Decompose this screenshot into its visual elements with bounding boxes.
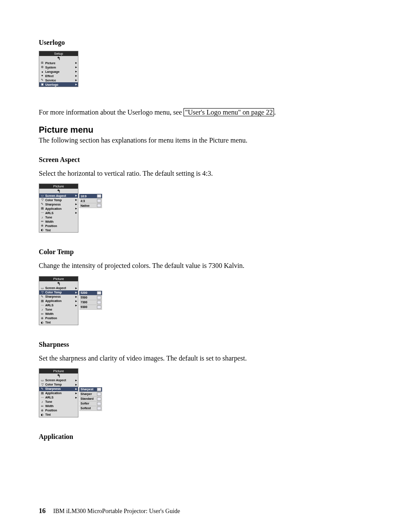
osd-item-label: Screen Aspect — [44, 286, 75, 289]
osd-item[interactable]: ▽Color Temp▸ — [39, 290, 78, 295]
checkbox-icon — [97, 392, 101, 396]
osd-item[interactable]: ▭Screen Aspect▸ — [39, 193, 78, 198]
osd-item[interactable]: ⇔Width — [39, 312, 78, 316]
checkbox-icon — [97, 301, 101, 304]
sharpness-para: Set the sharpness and clarity of video i… — [39, 354, 385, 363]
osd-item-label: Color Temp — [44, 383, 75, 386]
osd-item[interactable]: ◐Tint — [39, 320, 78, 325]
screen-aspect-heading: Screen Aspect — [39, 156, 385, 164]
osd-item[interactable]: ✎Sharpness▸ — [39, 295, 78, 299]
osd-back-row[interactable]: ↰ — [39, 189, 78, 193]
menu-item-icon: ⇔ — [40, 220, 44, 223]
osd-sub-item[interactable]: 7300 — [79, 300, 102, 305]
osd-back-row[interactable]: ↰ — [39, 373, 78, 378]
osd-item-label: Effect — [44, 75, 75, 78]
osd-sub-item[interactable]: Sharper — [79, 392, 102, 397]
osd-back-row[interactable]: ↰ — [39, 281, 78, 286]
osd-item-label: Userlogo — [44, 83, 75, 86]
menu-item-icon: ⇔ — [40, 312, 44, 316]
menu-item-icon: ⊕ — [40, 409, 44, 412]
osd-item[interactable]: ⊞Picture▸ — [39, 61, 78, 65]
osd-back-row[interactable]: ↰ — [39, 56, 78, 61]
osd-item[interactable]: ⇔Width — [39, 404, 78, 408]
checkbox-icon — [97, 194, 101, 198]
menu-item-icon: ✎ — [40, 202, 44, 206]
submenu-arrow-icon: ▸ — [75, 392, 77, 395]
osd-item[interactable]: ✎Service▸ — [39, 78, 78, 82]
back-arrow-icon: ↰ — [57, 57, 60, 60]
osd-item-label: Sharpness — [44, 203, 75, 206]
osd-sub-item[interactable]: Native — [79, 203, 102, 208]
submenu-arrow-icon: ▸ — [75, 65, 77, 69]
osd-item[interactable]: ▽Color Temp▸ — [39, 198, 78, 202]
osd-item[interactable]: ⋯ARLS▸ — [39, 303, 78, 308]
osd-sub-item-label: Softest — [81, 407, 91, 410]
menu-item-icon: ● — [40, 70, 44, 73]
sharpness-heading: Sharpness — [39, 341, 385, 348]
osd-item-label: Application — [44, 392, 75, 395]
osd-item[interactable]: ●Language▸ — [39, 69, 78, 74]
osd-item[interactable]: ▤Application▸ — [39, 299, 78, 303]
osd-item[interactable]: ⊕Position — [39, 224, 78, 228]
osd-item[interactable]: ▣Userlogo▸ — [39, 82, 78, 87]
submenu-arrow-icon: ▸ — [75, 396, 77, 399]
color-temp-submenu: 5200550073009300 — [79, 291, 102, 310]
osd-item[interactable]: ⊕Position — [39, 316, 78, 320]
osd-sub-item[interactable]: Standard — [79, 397, 102, 401]
menu-item-icon: ✎ — [40, 295, 44, 299]
submenu-arrow-icon: ▸ — [75, 286, 77, 290]
picture-osd-screen-aspect: Picture ↰ ▭Screen Aspect▸▽Color Temp▸✎Sh… — [39, 184, 78, 233]
osd-item-label: Application — [44, 299, 75, 302]
osd-item-label: Sharpness — [44, 387, 75, 390]
submenu-arrow-icon: ▸ — [75, 387, 77, 391]
picture-osd-sharpness: Picture ↰ ▭Screen Aspect▸▽Color Temp▸✎Sh… — [39, 368, 78, 417]
osd-item-label: Screen Aspect — [44, 194, 75, 197]
osd-item[interactable]: ✎Sharpness▸ — [39, 202, 78, 206]
submenu-arrow-icon: ▸ — [75, 78, 77, 82]
osd-item-label: Sharpness — [44, 295, 75, 298]
osd-sub-item[interactable]: 5500 — [79, 296, 102, 300]
menu-item-icon: ✎ — [40, 387, 44, 391]
osd-item-label: Width — [44, 312, 77, 315]
submenu-arrow-icon: ▸ — [75, 379, 77, 382]
osd-item[interactable]: ▭Screen Aspect▸ — [39, 378, 78, 383]
osd-sub-item[interactable]: Softest — [79, 406, 102, 411]
osd-item[interactable]: ◐Tint — [39, 228, 78, 232]
osd-item[interactable]: ▭Screen Aspect▸ — [39, 286, 78, 290]
osd-item[interactable]: ✎Sharpness▸ — [39, 387, 78, 391]
osd-item[interactable]: ◐Tint — [39, 413, 78, 417]
osd-item[interactable]: ⚙System▸ — [39, 65, 78, 69]
osd-sub-item[interactable]: 4:3 — [79, 199, 102, 203]
osd-sub-item[interactable]: Sharpest — [79, 387, 102, 392]
menu-item-icon: ◐ — [40, 413, 44, 417]
osd-sub-item-label: Standard — [81, 397, 93, 400]
osd-item[interactable]: ⇔Width — [39, 219, 78, 224]
osd-sub-item[interactable]: 5200 — [79, 291, 102, 296]
osd-item[interactable]: ▤Application▸ — [39, 206, 78, 211]
osd-item[interactable]: ▤Application▸ — [39, 391, 78, 395]
osd-item[interactable]: ♪Tune — [39, 308, 78, 312]
menu-item-icon: ▭ — [40, 379, 44, 382]
osd-item[interactable]: ⊕Position — [39, 408, 78, 413]
osd-sub-item[interactable]: 16:9 — [79, 194, 102, 199]
osd-item[interactable]: ♪Tune — [39, 400, 78, 404]
submenu-arrow-icon: ▸ — [75, 74, 77, 78]
osd-sub-item[interactable]: 9300 — [79, 305, 102, 310]
back-arrow-icon: ↰ — [57, 190, 60, 193]
osd-sub-item[interactable]: Softer — [79, 401, 102, 406]
userlogo-heading: Userlogo — [39, 39, 385, 47]
users-logo-link[interactable]: "User's Logo menu" on page 22 — [184, 108, 274, 116]
osd-item-label: Position — [44, 409, 77, 412]
osd-item[interactable]: ✦Effect▸ — [39, 74, 78, 78]
menu-item-icon: ▤ — [40, 207, 44, 210]
osd-item-label: Tune — [44, 216, 77, 219]
osd-item-label: Application — [44, 207, 75, 210]
userlogo-paragraph: For more information about the Userlogo … — [39, 108, 385, 117]
osd-sub-item-label: 5500 — [81, 296, 87, 299]
osd-item[interactable]: ⋯ARLS▸ — [39, 211, 78, 215]
osd-item[interactable]: ♪Tune — [39, 215, 78, 219]
osd-sub-item-label: 4:3 — [81, 199, 85, 202]
osd-item[interactable]: ▽Color Temp▸ — [39, 383, 78, 387]
osd-item[interactable]: ⋯ARLS▸ — [39, 395, 78, 400]
menu-item-icon: ✦ — [40, 74, 44, 78]
